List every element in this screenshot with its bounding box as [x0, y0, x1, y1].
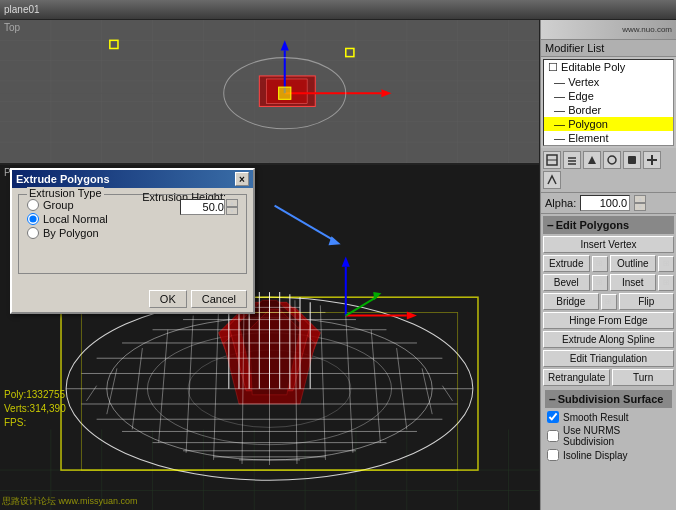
modifier-border[interactable]: — Border	[544, 103, 673, 117]
spinner-down-button[interactable]: ▼	[226, 207, 238, 215]
alpha-row: Alpha: ▲ ▼	[541, 193, 676, 214]
modifier-element[interactable]: — Element	[544, 131, 673, 145]
bridge-settings-button[interactable]: ⊞	[601, 294, 617, 310]
isoline-checkbox[interactable]	[547, 449, 559, 461]
top-viewport[interactable]: Top	[0, 20, 539, 165]
extrusion-height-area: ▲ ▼	[180, 199, 238, 215]
subdivision-header: Subdivision Surface	[545, 390, 672, 408]
svg-rect-19	[110, 40, 118, 48]
viewport-area: Top	[0, 20, 540, 510]
extrude-dialog: Extrude Polygons × Extrusion Type Extrus…	[10, 168, 255, 314]
fps-label: FPS:	[4, 416, 66, 430]
subdivision-section: Subdivision Surface Smooth Result Use NU…	[543, 388, 674, 464]
height-spinner: ▲ ▼	[226, 199, 238, 215]
modifier-editable-poly[interactable]: ☐ Editable Poly	[544, 60, 673, 75]
turn-button[interactable]: Turn	[612, 369, 674, 386]
svg-rect-27	[279, 87, 291, 99]
smooth-result-row: Smooth Result	[545, 410, 672, 424]
extrude-outline-row: Extrude ⊞ Outline ⊞	[543, 255, 674, 272]
radio-group-option[interactable]	[27, 199, 39, 211]
local-normal-radio[interactable]	[27, 213, 39, 225]
svg-marker-26	[281, 40, 289, 50]
use-nurms-label: Use NURMS Subdivision	[563, 425, 670, 447]
toolbar-btn-7[interactable]	[543, 171, 561, 189]
vert-label: Verts:	[4, 403, 30, 414]
toolbar-btn-2[interactable]	[563, 151, 581, 169]
extrusion-height-input[interactable]	[180, 199, 225, 215]
logo-text: www.nuo.com	[622, 25, 672, 34]
dialog-titlebar: Extrude Polygons ×	[12, 170, 253, 188]
local-normal-label: Local Normal	[43, 213, 108, 225]
main-layout: Top	[0, 20, 676, 510]
extrusion-type-label: Extrusion Type	[27, 187, 104, 199]
bevel-settings-button[interactable]: ⊞	[592, 275, 608, 291]
top-bar-label: plane01	[4, 4, 40, 15]
viewport-stats: Poly:1332755 Verts:314,390 FPS:	[4, 388, 66, 430]
bridge-flip-row: Bridge ⊞ Flip	[543, 293, 674, 310]
dialog-close-button[interactable]: ×	[235, 172, 249, 186]
outline-button[interactable]: Outline	[610, 255, 657, 272]
flip-button[interactable]: Flip	[619, 293, 675, 310]
edit-polygons-section: Edit Polygons Insert Vertex Extrude ⊞ Ou…	[541, 214, 676, 510]
svg-marker-108	[588, 156, 596, 164]
svg-marker-24	[381, 89, 391, 97]
poly-label: Poly:	[4, 389, 26, 400]
modifier-edge[interactable]: — Edge	[544, 89, 673, 103]
toolbar-btn-3[interactable]	[583, 151, 601, 169]
use-nurms-row: Use NURMS Subdivision	[545, 424, 672, 448]
extrude-button[interactable]: Extrude	[543, 255, 590, 272]
smooth-result-checkbox[interactable]	[547, 411, 559, 423]
dialog-overlay: Extrude Polygons × Extrusion Type Extrus…	[10, 168, 255, 314]
svg-rect-20	[346, 48, 354, 56]
panel-logo: www.nuo.com	[541, 20, 676, 40]
hinge-from-edge-button[interactable]: Hinge From Edge	[543, 312, 674, 329]
alpha-label: Alpha:	[545, 197, 576, 209]
by-polygon-label: By Polygon	[43, 227, 99, 239]
panel-toolbar	[541, 148, 676, 193]
dialog-title: Extrude Polygons	[16, 173, 110, 185]
outline-settings-button[interactable]: ⊞	[658, 256, 674, 272]
poly-value: 1332755	[26, 389, 65, 400]
dialog-ok-button[interactable]: OK	[149, 290, 187, 308]
insert-vertex-row: Insert Vertex	[543, 236, 674, 253]
dialog-footer: OK Cancel	[12, 286, 253, 312]
isoline-label: Isoline Display	[563, 450, 627, 461]
bevel-inset-row: Bevel ⊞ Inset ⊞	[543, 274, 674, 291]
top-bar: plane01	[0, 0, 676, 20]
by-polygon-radio[interactable]	[27, 227, 39, 239]
right-panel: www.nuo.com Modifier List ☐ Editable Pol…	[540, 20, 676, 510]
edit-triangulation-button[interactable]: Edit Triangulation	[543, 350, 674, 367]
alpha-spinner-down[interactable]: ▼	[634, 203, 646, 211]
inset-settings-button[interactable]: ⊞	[658, 275, 674, 291]
inset-button[interactable]: Inset	[610, 274, 657, 291]
vert-value: 314,390	[30, 403, 66, 414]
bevel-button[interactable]: Bevel	[543, 274, 590, 291]
modifier-polygon[interactable]: — Polygon	[544, 117, 673, 131]
bridge-button[interactable]: Bridge	[543, 293, 599, 310]
insert-vertex-button[interactable]: Insert Vertex	[543, 236, 674, 253]
toolbar-btn-5[interactable]	[623, 151, 641, 169]
toolbar-btn-6[interactable]	[643, 151, 661, 169]
svg-point-109	[608, 156, 616, 164]
toolbar-btn-1[interactable]	[543, 151, 561, 169]
retrangulate-turn-row: Retrangulate Turn	[543, 369, 674, 386]
alpha-spinner-up[interactable]: ▲	[634, 195, 646, 203]
spinner-up-button[interactable]: ▲	[226, 199, 238, 207]
radio-by-polygon: By Polygon	[27, 227, 238, 239]
toolbar-btn-4[interactable]	[603, 151, 621, 169]
use-nurms-checkbox[interactable]	[547, 430, 559, 442]
alpha-input[interactable]	[580, 195, 630, 211]
dialog-body: Extrusion Type Extrusion Height: ▲ ▼ Gro…	[12, 188, 253, 286]
dialog-group-box: Extrusion Type Extrusion Height: ▲ ▼ Gro…	[18, 194, 247, 274]
extrude-along-spline-button[interactable]: Extrude Along Spline	[543, 331, 674, 348]
modifier-vertex[interactable]: — Vertex	[544, 75, 673, 89]
smooth-result-label: Smooth Result	[563, 412, 629, 423]
extrude-settings-button[interactable]: ⊞	[592, 256, 608, 272]
modifier-list: ☐ Editable Poly — Vertex — Edge — Border…	[543, 59, 674, 146]
group-radio-label: Group	[43, 199, 74, 211]
dialog-cancel-button[interactable]: Cancel	[191, 290, 247, 308]
isoline-row: Isoline Display	[545, 448, 672, 462]
top-viewport-grid	[0, 20, 539, 165]
edit-polygons-header: Edit Polygons	[543, 216, 674, 234]
retrangulate-button[interactable]: Retrangulate	[543, 369, 610, 386]
